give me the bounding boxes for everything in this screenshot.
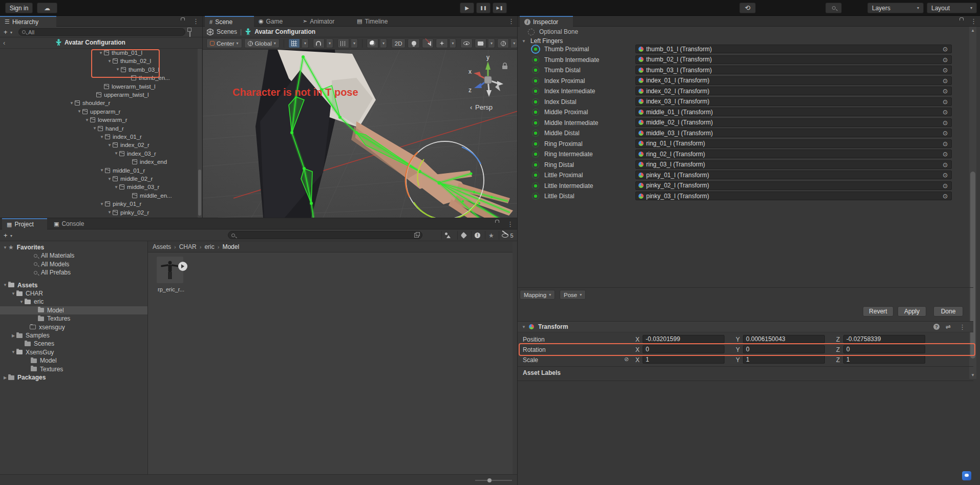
rotation-y-input[interactable]: 0: [743, 345, 825, 353]
kebab-menu-icon[interactable]: ⋮: [507, 220, 514, 228]
shading-mode-button[interactable]: [367, 38, 378, 48]
shading-mode-dropdown[interactable]: ▾: [380, 38, 387, 48]
scale-x-input[interactable]: 1: [643, 355, 725, 364]
position-z-input[interactable]: -0.02758339: [843, 335, 925, 343]
object-picker-icon[interactable]: ⊙: [943, 119, 948, 126]
create-add-button[interactable]: +: [4, 231, 8, 239]
object-picker-icon[interactable]: ⊙: [943, 193, 948, 200]
hierarchy-item-index_02_r[interactable]: ▼index_02_r: [0, 141, 202, 149]
global-search-button[interactable]: [825, 3, 842, 13]
play-button[interactable]: ▶: [460, 3, 474, 13]
project-search-input[interactable]: [228, 231, 422, 239]
back-button[interactable]: ‹: [3, 39, 5, 47]
asset-labels-section[interactable]: Asset Labels: [523, 369, 561, 376]
breadcrumb-eric[interactable]: eric: [204, 243, 214, 250]
scroll-up-icon[interactable]: ▲: [971, 28, 975, 33]
project-tree-item-Favorites[interactable]: ▼★Favorites: [0, 243, 147, 251]
audio-toggle[interactable]: [422, 38, 434, 48]
increment-snap-button[interactable]: [337, 38, 349, 48]
step-button[interactable]: ▶❚: [493, 3, 507, 13]
kebab-menu-icon[interactable]: ⋮: [193, 17, 199, 25]
thumbnail-size-slider[interactable]: [475, 480, 512, 481]
object-picker-icon[interactable]: ⊙: [943, 130, 948, 137]
project-tree-item-AllMaterials[interactable]: All Materials: [0, 251, 147, 260]
asset-play-button[interactable]: [178, 262, 187, 271]
hierarchy-item-middle_01_r[interactable]: ▼middle_01_r: [0, 166, 202, 175]
bone-object-field[interactable]: thumb_01_l (Transform): [635, 45, 952, 53]
mapping-dropdown[interactable]: Mapping ▾: [520, 290, 555, 300]
project-tree-item-AllPrefabs[interactable]: All Prefabs: [0, 268, 147, 277]
hierarchy-item-index_03_r[interactable]: ▼index_03_r: [0, 150, 202, 158]
tab-hierarchy[interactable]: ☰ Hierarchy: [0, 16, 56, 27]
kebab-menu-icon[interactable]: ⋮: [959, 323, 966, 331]
increment-snap-dropdown[interactable]: ▾: [351, 38, 358, 48]
kebab-menu-icon[interactable]: ⋮: [508, 17, 515, 25]
object-picker-icon[interactable]: ⊙: [943, 77, 948, 85]
object-picker-icon[interactable]: ⊙: [943, 140, 948, 147]
snap-toggle-button[interactable]: [313, 38, 325, 48]
pause-button[interactable]: ❚❚: [476, 3, 491, 13]
object-picker-icon[interactable]: ⊙: [943, 109, 948, 116]
hierarchy-item-middle_03_r[interactable]: ▼middle_03_r: [0, 183, 202, 191]
project-tree-item-Model[interactable]: Model: [0, 306, 147, 314]
asset-item[interactable]: rp_eric_r...: [157, 257, 185, 292]
hidden-packages-toggle[interactable]: 5: [499, 231, 516, 240]
object-picker-icon[interactable]: ⊙: [943, 46, 948, 53]
rotation-x-input[interactable]: 0: [643, 345, 725, 353]
hierarchy-scrollbar[interactable]: [198, 49, 202, 218]
hierarchy-item-hand_r[interactable]: ▼hand_r: [0, 124, 202, 133]
layout-dropdown[interactable]: Layout ▾: [927, 3, 977, 13]
project-tree-item-Textures[interactable]: Textures: [0, 314, 147, 323]
gizmos-toggle[interactable]: [497, 38, 509, 48]
object-picker-icon[interactable]: ⊙: [943, 56, 948, 64]
hierarchy-item-upperarm_twist_l[interactable]: upperarm_twist_l: [0, 91, 202, 99]
object-picker-icon[interactable]: ⊙: [943, 182, 948, 189]
bone-object-field[interactable]: middle_03_l (Transform): [635, 129, 952, 137]
search-pick-icon[interactable]: [189, 29, 190, 37]
hierarchy-item-lowerarm_r[interactable]: ▼lowerarm_r: [0, 116, 202, 124]
object-picker-icon[interactable]: ⊙: [943, 161, 948, 168]
position-y-input[interactable]: 0.0006150043: [743, 335, 825, 343]
bone-object-field[interactable]: pinky_01_l (Transform): [635, 171, 952, 179]
project-tree-item-AllModels[interactable]: All Models: [0, 260, 147, 268]
cloud-notification-icon[interactable]: [962, 471, 971, 480]
search-by-import-log-button[interactable]: !: [471, 231, 483, 240]
undo-history-button[interactable]: ⟲: [739, 3, 756, 13]
tab-inspector[interactable]: i Inspector: [520, 16, 573, 27]
scene-viewport[interactable]: Character is not in T pose y x: [203, 50, 518, 218]
left-fingers-foldout[interactable]: ▼ Left Fingers: [521, 37, 563, 45]
tab-game[interactable]: ◉Game: [254, 16, 298, 27]
create-dropdown-icon[interactable]: ▾: [10, 30, 12, 35]
hierarchy-item-shoulder_r[interactable]: ▼shoulder_r: [0, 99, 202, 107]
hierarchy-item-index_01_r[interactable]: ▼index_01_r: [0, 133, 202, 141]
help-icon[interactable]: ?: [933, 324, 940, 330]
hierarchy-item-pinky_02_r[interactable]: ▼pinky_02_r: [0, 208, 202, 217]
project-tree-item-XsensGuy[interactable]: ▼XsensGuy: [0, 348, 147, 356]
hierarchy-item-thumb_en[interactable]: thumb_en...: [0, 74, 202, 82]
project-tree-item-Model[interactable]: Model: [0, 356, 147, 365]
breadcrumb-assets[interactable]: Assets: [153, 243, 171, 250]
tab-console[interactable]: ▣Console: [49, 218, 94, 229]
apply-button[interactable]: Apply: [898, 306, 926, 317]
hierarchy-search-input[interactable]: All: [18, 28, 185, 36]
project-tree-item-Samples[interactable]: ▶Samples: [0, 331, 147, 340]
scene-visibility-toggle[interactable]: [460, 38, 472, 48]
bone-object-field[interactable]: middle_02_l (Transform): [635, 118, 952, 127]
snap-options-dropdown[interactable]: ▾: [327, 38, 333, 48]
breadcrumb-model[interactable]: Model: [222, 243, 239, 250]
object-picker-icon[interactable]: ⊙: [943, 88, 948, 95]
breadcrumb-scenes[interactable]: Scenes: [217, 28, 237, 35]
project-tree-item-Assets[interactable]: ▼Assets: [0, 281, 147, 289]
grid-toggle-button[interactable]: [288, 38, 300, 48]
project-content-scrollbar[interactable]: [513, 241, 517, 476]
slider-knob[interactable]: [487, 478, 492, 482]
project-tree-item-xsensguy[interactable]: xsensguy: [0, 323, 147, 331]
tab-scene[interactable]: #Scene: [205, 16, 254, 27]
effects-dropdown[interactable]: ▾: [450, 38, 457, 48]
hierarchy-item-upperarm_r[interactable]: ▼upperarm_r: [0, 108, 202, 116]
presets-icon[interactable]: ⇌: [946, 323, 951, 330]
scale-z-input[interactable]: 1: [843, 355, 925, 364]
hierarchy-item-thumb_03_l[interactable]: ▼thumb_03_l: [0, 66, 202, 74]
hierarchy-item-index_end[interactable]: index_end: [0, 158, 202, 166]
lighting-toggle[interactable]: [408, 38, 419, 48]
